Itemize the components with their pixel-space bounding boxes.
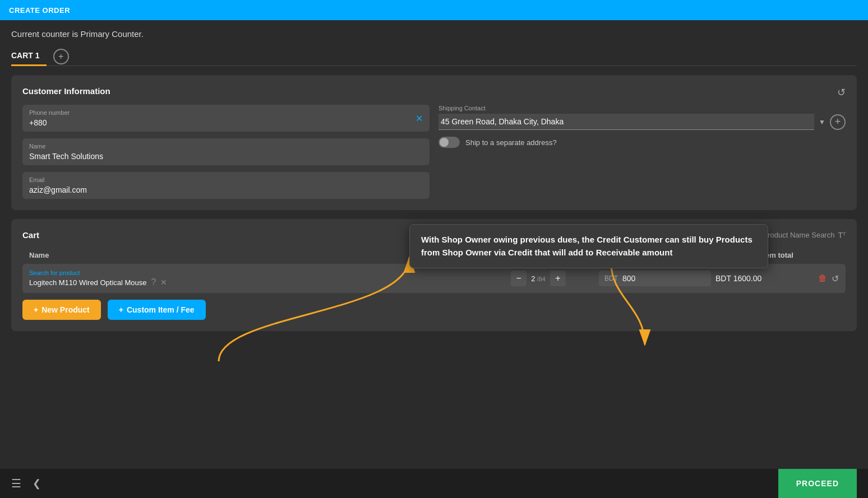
- sort-icon[interactable]: Tᵀ: [838, 231, 846, 240]
- qty-decrease-button[interactable]: −: [511, 271, 527, 286]
- shipping-add-button[interactable]: +: [830, 114, 846, 130]
- email-input-group: Email aziz@gmail.com: [22, 172, 430, 199]
- new-product-button[interactable]: + New Product: [22, 300, 101, 320]
- phone-clear-icon[interactable]: ✕: [415, 113, 423, 124]
- product-name-row: Logitech M110 Wired Optical Mouse ? ✕: [29, 277, 478, 287]
- ship-separate-toggle[interactable]: [438, 137, 460, 148]
- custom-item-button[interactable]: + Custom Item / Fee: [108, 300, 206, 320]
- customer-info-card: Customer Information ↺ Phone number +880…: [11, 75, 857, 210]
- product-name: Logitech M110 Wired Optical Mouse: [29, 278, 147, 287]
- tabs-bar: CART 1 +: [11, 48, 857, 66]
- rate-currency: BDT: [604, 274, 618, 282]
- quantity-control: − 2 /84 +: [482, 271, 594, 286]
- delete-row-icon[interactable]: 🗑: [818, 273, 827, 283]
- hamburger-menu-icon[interactable]: ☰: [11, 477, 21, 490]
- product-search-area: Search for product Logitech M110 Wired O…: [29, 269, 478, 287]
- phone-label: Phone number: [29, 109, 423, 116]
- bottom-bar: ☰ ❮ PROCEED: [0, 469, 868, 498]
- shipping-contact-label: Shipping Contact: [438, 105, 846, 111]
- ship-separate-label: Ship to a separate address?: [465, 138, 557, 147]
- tab-add-button[interactable]: +: [53, 49, 69, 64]
- name-label: Name: [29, 143, 423, 150]
- qty-max: 84: [539, 276, 546, 282]
- cart-title: Cart: [22, 230, 39, 240]
- shipping-select-row: 45 Green Road, Dhaka City, Dhaka ▼ +: [438, 114, 846, 130]
- item-total-cell: BDT 1600.00 🗑 ↺: [715, 273, 839, 284]
- email-value[interactable]: aziz@gmail.com: [29, 185, 423, 194]
- tooltip-text: With Shop Owner owing previous dues, the…: [421, 235, 752, 257]
- bottom-left: ☰ ❮: [11, 477, 41, 490]
- name-value[interactable]: Smart Tech Solutions: [29, 152, 423, 161]
- product-search-label: Product Name Search Tᵀ: [763, 231, 846, 240]
- top-bar: CREATE ORDER: [0, 0, 868, 20]
- refresh-row-icon[interactable]: ↺: [832, 273, 839, 284]
- phone-value[interactable]: +880: [29, 118, 423, 127]
- customer-left-col: Phone number +880 ✕ Name Smart Tech Solu…: [22, 105, 430, 199]
- back-icon[interactable]: ❮: [33, 477, 41, 490]
- qty-value: 2 /84: [531, 274, 546, 283]
- cart-buttons-row: + New Product + Custom Item / Fee: [22, 300, 846, 320]
- counter-text: Current counter is Primary Counter.: [11, 29, 857, 39]
- customer-right-col: Shipping Contact 45 Green Road, Dhaka Ci…: [438, 105, 846, 199]
- product-search-sublabel: Search for product: [29, 269, 478, 276]
- name-input-group: Name Smart Tech Solutions: [22, 138, 430, 165]
- custom-item-plus-icon: +: [119, 305, 123, 314]
- rate-value[interactable]: 800: [622, 274, 635, 283]
- remove-product-icon[interactable]: ✕: [160, 278, 167, 287]
- email-label: Email: [29, 176, 423, 183]
- phone-input-group: Phone number +880 ✕: [22, 105, 430, 132]
- toggle-knob: [440, 138, 449, 147]
- proceed-button[interactable]: PROCEED: [778, 469, 857, 498]
- top-bar-title: CREATE ORDER: [9, 6, 70, 15]
- help-icon[interactable]: ?: [151, 277, 156, 287]
- ship-separate-toggle-row: Ship to a separate address?: [438, 137, 846, 148]
- tooltip-box: With Shop Owner owing previous dues, the…: [409, 224, 768, 268]
- customer-info-refresh-icon[interactable]: ↺: [837, 86, 846, 99]
- shipping-contact-group: Shipping Contact 45 Green Road, Dhaka Ci…: [438, 105, 846, 130]
- rate-cell: BDT 800: [599, 271, 711, 286]
- item-total-value: BDT 1600.00: [715, 274, 761, 283]
- qty-increase-button[interactable]: +: [550, 271, 566, 286]
- customer-info-title: Customer Information: [22, 86, 846, 96]
- shipping-contact-select[interactable]: 45 Green Road, Dhaka City, Dhaka: [438, 114, 814, 130]
- customer-info-grid: Phone number +880 ✕ Name Smart Tech Solu…: [22, 105, 846, 199]
- item-total-actions: 🗑 ↺: [818, 273, 839, 284]
- tab-cart1[interactable]: CART 1: [11, 48, 47, 66]
- shipping-dropdown-icon: ▼: [819, 118, 825, 126]
- new-product-plus-icon: +: [34, 305, 38, 314]
